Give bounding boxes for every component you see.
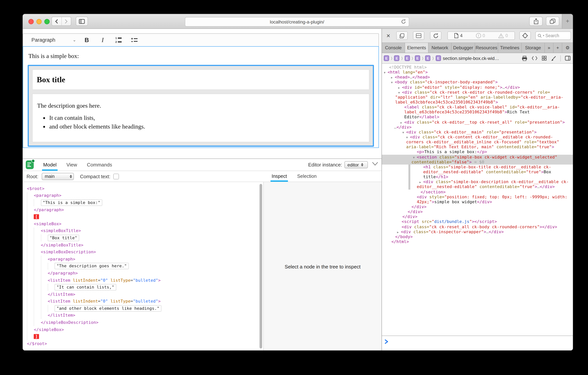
dom-tree-row[interactable]: <label class="ck ck-label ck-voice-label… xyxy=(382,105,573,110)
triangle-down-icon[interactable]: ▼ xyxy=(406,135,410,140)
detach-button[interactable] xyxy=(396,32,408,40)
dom-tree-row[interactable]: </section> xyxy=(382,189,573,194)
model-tree-row[interactable]: </listItem> xyxy=(27,312,267,319)
dom-tree-row[interactable]: ▶<div class="simple-box-description ck-e… xyxy=(382,179,573,184)
dom-tree-row[interactable]: <div class="ck ck-reset_all ck-body ck-r… xyxy=(382,224,573,229)
current-crumb-label[interactable]: section.simple-box.ck-wid… xyxy=(443,55,499,61)
dom-tree-row[interactable]: </html> xyxy=(382,239,573,244)
share-button[interactable] xyxy=(529,17,543,26)
model-tree-row[interactable]: </paragraph> xyxy=(27,206,267,213)
search-field[interactable]: ▾ Search xyxy=(535,32,571,40)
paintbrush-icon[interactable] xyxy=(551,55,556,61)
element-crumb-icon[interactable]: E xyxy=(425,55,430,61)
dom-tree-row[interactable]: ▼<html lang="en"> xyxy=(382,70,573,75)
dom-tree-row[interactable]: <div style="position: fixed; top: 0px; l… xyxy=(382,194,573,199)
dom-tree-row[interactable]: corners ck-editor__editable_inline ck-fo… xyxy=(382,140,573,144)
devtools-tab-elements[interactable]: Elements xyxy=(405,43,429,53)
model-tree-row[interactable]: [ xyxy=(27,213,267,220)
details-sidebar-icon[interactable] xyxy=(565,56,571,61)
triangle-right-icon[interactable]: ▶ xyxy=(420,180,423,185)
model-tree-scrollbar[interactable] xyxy=(260,184,262,348)
model-tree-row[interactable]: </simpleBox> xyxy=(27,326,267,333)
compact-text-checkbox[interactable] xyxy=(114,174,119,179)
model-tree-row[interactable]: </simpleBoxDescription> xyxy=(27,319,267,326)
triangle-down-icon[interactable]: ▼ xyxy=(413,155,417,160)
dom-tree-row[interactable]: editor__nested-editable" contenteditable… xyxy=(382,169,573,174)
bold-button[interactable]: B xyxy=(82,35,92,45)
model-tree-row[interactable]: "and other block elements like headings.… xyxy=(27,305,267,312)
devtools-tab-storage[interactable]: Storage xyxy=(522,43,545,53)
triangle-down-icon[interactable]: ▼ xyxy=(391,80,395,85)
page-resources-badge[interactable]: 4 xyxy=(454,33,462,38)
devtools-tab-debugger[interactable]: Debugger xyxy=(452,43,475,53)
triangle-down-icon[interactable]: ▼ xyxy=(398,90,402,95)
tab-inspect[interactable]: Inspect xyxy=(272,171,287,182)
editor-paragraph[interactable]: This is a simple box: xyxy=(28,53,374,60)
model-tree-row[interactable]: "The description goes here." xyxy=(27,263,267,270)
dom-tree-row[interactable]: ▼<section class="simple-box ck-widget ck… xyxy=(382,154,573,159)
close-inspector-button[interactable]: ✕ xyxy=(385,33,392,38)
tab-overview-button[interactable] xyxy=(546,17,559,26)
dom-tree-row[interactable]: "application" dir="ltr" lang="en" aria-l… xyxy=(382,95,573,100)
model-text-node[interactable]: "The description goes here." xyxy=(54,263,129,269)
element-crumb-icon[interactable]: E xyxy=(415,55,420,61)
description-text[interactable]: The description goes here. xyxy=(37,102,365,109)
devtools-tab-timelines[interactable]: Timelines xyxy=(498,43,522,53)
dom-tree-row[interactable]: title</h1> xyxy=(382,174,573,179)
editor-editable[interactable]: This is a simple box: Box title The desc… xyxy=(23,46,379,148)
dom-tree-row[interactable]: editor__nested-editable" contenteditable… xyxy=(382,185,573,189)
zoom-button[interactable] xyxy=(44,19,50,24)
model-tree-row[interactable]: </listItem> xyxy=(27,291,267,298)
dom-tree-row[interactable]: </div> xyxy=(382,214,573,219)
model-tree-row[interactable]: <simpleBoxTitle> xyxy=(27,227,267,234)
triangle-down-icon[interactable]: ▼ xyxy=(384,70,388,75)
model-text-node[interactable]: "and other block elements like headings.… xyxy=(54,305,161,312)
dom-tree[interactable]: <!DOCTYPE html>▼<html lang="en">▶<head>…… xyxy=(382,63,573,336)
more-tabs-icon[interactable]: » xyxy=(545,43,554,53)
model-tree-row[interactable]: ] xyxy=(27,333,267,340)
tab-view[interactable]: View xyxy=(66,159,77,171)
new-tab-button[interactable]: + xyxy=(562,14,573,28)
minimize-button[interactable] xyxy=(36,19,42,24)
devtools-tab-console[interactable]: Console xyxy=(382,43,405,53)
element-picker-button[interactable] xyxy=(519,32,531,40)
forward-button[interactable] xyxy=(61,17,71,25)
dom-tree-row[interactable]: label_e63cbbfece34c53ce23501062343f49b8"… xyxy=(382,100,573,105)
simple-box-widget[interactable]: Box title The description goes here. It … xyxy=(28,65,374,147)
dom-tree-row[interactable]: <h1 class="simple-box-title ck-editor__e… xyxy=(382,165,573,169)
devtools-tab-resources[interactable]: Resources xyxy=(475,43,498,53)
italic-button[interactable]: I xyxy=(97,35,108,45)
collapse-inspector-button[interactable] xyxy=(372,162,378,166)
warnings-badge[interactable]: 0 xyxy=(498,33,508,38)
dom-tree-row[interactable]: <script src="dist/bundle.js"></script> xyxy=(382,219,573,224)
element-crumb-icon[interactable]: E xyxy=(404,55,410,61)
bulleted-list-button[interactable] xyxy=(129,35,140,45)
triangle-right-icon[interactable]: ▶ xyxy=(391,75,395,80)
tab-model[interactable]: Model xyxy=(43,159,57,171)
model-tree-row[interactable]: </simpleBoxTitle> xyxy=(27,242,267,249)
model-tree-row[interactable]: <simpleBoxDescription> xyxy=(27,249,267,255)
dom-tree-row[interactable]: label_e63cbbfece34c53ce23501062343f49b8"… xyxy=(382,110,573,115)
element-crumb-icon[interactable]: E xyxy=(384,55,389,61)
dom-tree-row[interactable]: ▼<div class="ck ck-content ck-editor__ed… xyxy=(382,135,573,140)
model-tree-row[interactable]: <paragraph> xyxy=(27,255,267,263)
address-bar[interactable]: localhost/creating-a-plugin/ xyxy=(185,17,409,27)
dom-tree-row[interactable]: <p>This is a simple box:</p> xyxy=(382,150,573,154)
dom-tree-row[interactable]: ▶<div id="editor" style="display: none;"… xyxy=(382,85,573,90)
dock-button[interactable] xyxy=(413,32,424,40)
reload-button[interactable] xyxy=(401,19,406,24)
element-crumb-icon[interactable]: E xyxy=(394,55,399,61)
model-text-node[interactable]: "This is a simple box:" xyxy=(41,199,102,206)
model-tree-row[interactable]: <simpleBox> xyxy=(27,220,267,227)
back-button[interactable] xyxy=(52,17,61,25)
model-tree-row[interactable]: </$root> xyxy=(27,340,267,347)
dom-tree-row[interactable]: <!DOCTYPE html> xyxy=(382,65,573,70)
print-icon[interactable] xyxy=(522,55,527,61)
triangle-right-icon[interactable]: ▶ xyxy=(398,85,402,90)
heading-dropdown[interactable]: Paragraph ⌄ xyxy=(32,37,76,43)
simple-box-title[interactable]: Box title xyxy=(32,69,369,90)
dom-tree-row[interactable]: ▶<div class="ck ck-editor__top ck-reset_… xyxy=(382,120,573,125)
errors-badge[interactable]: 0 xyxy=(476,33,485,38)
devtools-tab-network[interactable]: Network xyxy=(429,43,452,53)
dom-tree-row[interactable]: ▼<body class="ck-inspector-body-expanded… xyxy=(382,80,573,85)
